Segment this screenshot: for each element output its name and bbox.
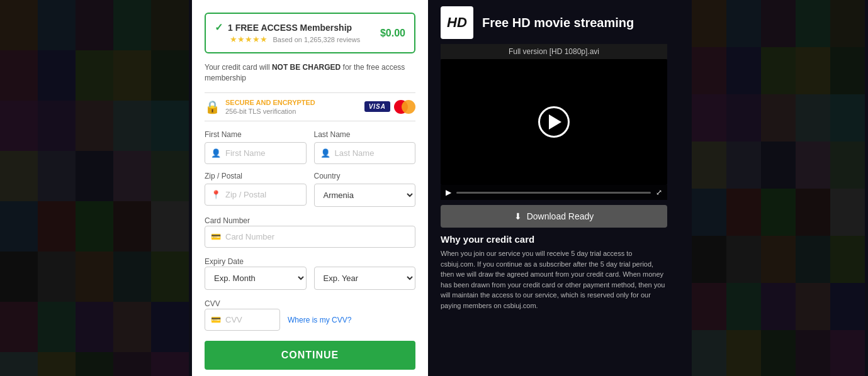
zip-group: Zip / Postal 📍	[205, 172, 307, 207]
membership-price: $0.00	[380, 28, 405, 39]
expiry-label: Expiry Date	[205, 257, 244, 266]
video-controls: ▶ ⤢	[441, 185, 667, 200]
country-label: Country	[314, 172, 416, 180]
play-button[interactable]	[538, 106, 570, 138]
membership-stars: ★★★★★	[230, 35, 268, 44]
membership-reviews: Based on 1,265,328 reviews	[273, 36, 360, 43]
why-text: When you join our service you will recei…	[441, 248, 667, 311]
first-name-label: First Name	[205, 130, 307, 139]
card-number-label: Card Number	[205, 216, 250, 225]
exp-year-select[interactable]: Exp. Year 2024 2025 2026 2027 2028 2029 …	[314, 267, 416, 290]
country-group: Country Armenia Afghanistan Albania Alge…	[314, 172, 416, 207]
download-label: Download Ready	[527, 211, 594, 221]
hd-text: HD	[447, 14, 467, 31]
last-name-group: Last Name 👤	[314, 130, 416, 164]
secure-label: SECURE AND ENCRYPTED	[225, 98, 315, 107]
where-cvv-link[interactable]: Where is my CVV?	[288, 316, 351, 324]
membership-box: ✓ 1 FREE ACCESS Membership ★★★★★ Based o…	[205, 13, 415, 53]
zip-country-row: Zip / Postal 📍 Country Armenia Afghanist…	[205, 172, 415, 207]
location-icon: 📍	[211, 190, 221, 199]
cvv-card-icon: 💳	[211, 315, 221, 324]
membership-label: 1 FREE ACCESS Membership	[228, 23, 352, 33]
name-row: First Name 👤 Last Name 👤	[205, 130, 415, 164]
form-panel: ✓ 1 FREE ACCESS Membership ★★★★★ Based o…	[192, 0, 428, 376]
hd-header: HD Free HD movie streaming	[441, 6, 855, 39]
download-button[interactable]: ⬇ Download Ready	[441, 205, 667, 228]
visa-icon: VISA	[364, 101, 390, 112]
notice-text: Your credit card will NOT BE CHARGED for…	[205, 62, 415, 84]
video-title-bar: Full version [HD 1080p].avi	[441, 44, 667, 59]
card-number-group: Card Number 💳	[205, 214, 415, 248]
main-layout: ✓ 1 FREE ACCESS Membership ★★★★★ Based o…	[0, 0, 868, 376]
tls-label: 256-bit TLS verification	[225, 107, 315, 116]
lock-icon: 🔒	[205, 99, 220, 114]
streaming-title: Free HD movie streaming	[482, 16, 634, 30]
check-icon: ✓	[215, 21, 223, 33]
person-icon: 👤	[211, 148, 221, 158]
expand-icon[interactable]: ⤢	[656, 188, 662, 197]
security-bar: 🔒 SECURE AND ENCRYPTED 256-bit TLS verif…	[205, 92, 415, 122]
why-title: Why your credit card	[441, 234, 667, 245]
country-select[interactable]: Armenia Afghanistan Albania Algeria Aust…	[314, 184, 416, 207]
card-icon: 💳	[211, 232, 221, 241]
right-panel: HD Free HD movie streaming Full version …	[428, 0, 868, 376]
continue-button[interactable]: CONTINUE	[205, 341, 415, 370]
zip-label: Zip / Postal	[205, 172, 307, 180]
card-number-input[interactable]	[205, 226, 415, 248]
person-icon-2: 👤	[320, 148, 330, 158]
play-small-icon[interactable]: ▶	[446, 188, 451, 197]
why-section: Why your credit card When you join our s…	[441, 234, 667, 311]
cvv-label: CVV	[205, 299, 220, 308]
download-icon: ⬇	[514, 211, 522, 221]
cvv-section: CVV 💳 Where is my CVV?	[205, 297, 415, 331]
last-name-label: Last Name	[314, 130, 416, 139]
hd-badge: HD	[441, 6, 473, 39]
mastercard-icon	[394, 100, 415, 114]
first-name-group: First Name 👤	[205, 130, 307, 164]
expiry-group: Expiry Date Exp. Month 01 - January 02 -…	[205, 255, 415, 290]
play-triangle-icon	[549, 114, 561, 130]
progress-bar[interactable]	[456, 192, 651, 194]
card-icons: VISA	[364, 100, 415, 114]
exp-month-select[interactable]: Exp. Month 01 - January 02 - February 03…	[205, 267, 307, 290]
video-container[interactable]	[441, 59, 667, 185]
